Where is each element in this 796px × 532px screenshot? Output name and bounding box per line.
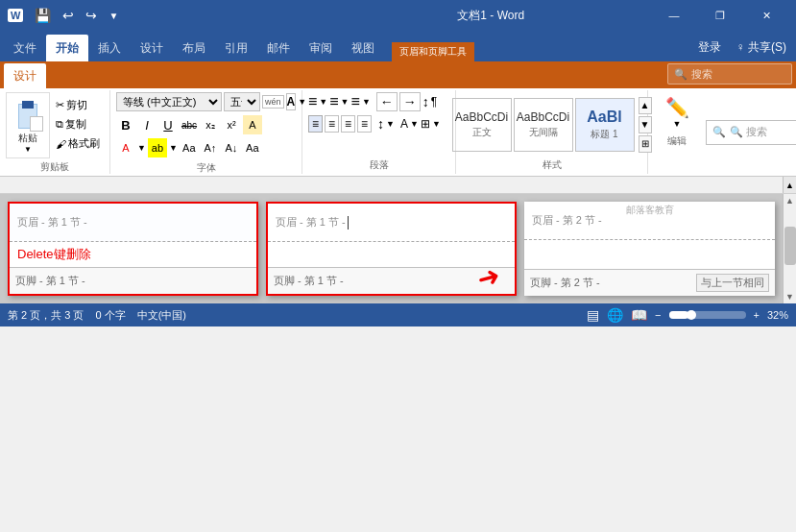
ribbon-search-box[interactable]: 🔍 🔍 搜索: [706, 120, 796, 145]
close-button[interactable]: ✕: [744, 0, 788, 31]
share-button[interactable]: ♀ 共享(S): [731, 37, 792, 58]
multilevel-button[interactable]: ≡: [351, 93, 360, 110]
clear-format-button[interactable]: A: [286, 93, 297, 110]
page3-body[interactable]: [524, 240, 775, 269]
login-button[interactable]: 登录: [692, 37, 727, 58]
save-icon[interactable]: 💾: [31, 6, 55, 25]
paste-dropdown-icon[interactable]: ▼: [24, 145, 32, 154]
numbering-button[interactable]: ≡: [329, 93, 338, 110]
zoom-slider-thumb[interactable]: [687, 310, 696, 320]
v-scrollbar[interactable]: ▲ ▼: [783, 194, 796, 303]
font-color-button[interactable]: A: [116, 138, 135, 157]
zoom-out-button[interactable]: −: [655, 309, 661, 321]
tab-mailing[interactable]: 邮件: [257, 35, 300, 61]
highlight-dropdown[interactable]: ▼: [169, 143, 178, 153]
customize-icon[interactable]: ▼: [105, 9, 122, 23]
tab-home[interactable]: 开始: [46, 35, 88, 61]
para-row1: ≡ ▼ ≡ ▼ ≡ ▼ ← → ↕ ¶: [308, 92, 449, 111]
tab-references[interactable]: 引用: [215, 35, 257, 61]
font-color-dropdown[interactable]: ▼: [137, 143, 146, 153]
font-controls: 等线 (中文正文) 五号 wén A ▼ B I U abc x₂ x² A A: [116, 92, 296, 159]
tab-review[interactable]: 审阅: [300, 35, 342, 61]
bullets-dropdown[interactable]: ▼: [319, 97, 327, 107]
style-no-spacing-label: 无间隔: [529, 126, 558, 139]
zoom-slider[interactable]: [669, 311, 746, 319]
tab-view[interactable]: 视图: [342, 35, 384, 61]
strikethrough-button[interactable]: abc: [180, 115, 199, 134]
line-spacing-button[interactable]: ↕: [377, 116, 384, 132]
tab-file[interactable]: 文件: [4, 35, 46, 61]
scroll-down-button[interactable]: ▼: [784, 290, 797, 303]
editing-button[interactable]: ✏️ ▼: [662, 92, 693, 133]
show-hide-button[interactable]: ¶: [431, 95, 437, 109]
decrease-indent-button[interactable]: ←: [376, 92, 398, 111]
print-layout-button[interactable]: ▤: [587, 307, 599, 323]
numbering-dropdown[interactable]: ▼: [341, 97, 350, 107]
title-bar: W 💾 ↩ ↪ ▼ 文档1 - Word — ❐ ✕: [0, 0, 796, 31]
tab-insert[interactable]: 插入: [88, 35, 131, 61]
shading-dropdown[interactable]: ▼: [410, 119, 419, 129]
justify-button[interactable]: ≡: [357, 115, 372, 133]
font-size-select[interactable]: 五号: [224, 92, 260, 111]
web-layout-button[interactable]: 🌐: [607, 307, 623, 323]
cut-button[interactable]: ✂ 剪切: [52, 96, 104, 114]
clipboard-sub-buttons: ✂ 剪切 ⧉ 复制 🖌 格式刷: [52, 92, 104, 158]
editing-dropdown[interactable]: ▼: [673, 119, 682, 129]
page3-header[interactable]: 邮落客教育 页眉 - 第 2 节 -: [524, 202, 775, 240]
font-name-select[interactable]: 等线 (中文正文): [116, 92, 222, 111]
shading-button[interactable]: A: [400, 117, 408, 131]
borders-dropdown[interactable]: ▼: [432, 119, 441, 129]
ribbon-group-editing: ✏️ ▼ 编辑: [648, 90, 706, 174]
restore-button[interactable]: ❐: [698, 0, 742, 31]
ruler-arrow-up[interactable]: ▲: [783, 177, 796, 193]
page1-body[interactable]: Delete键删除: [10, 242, 256, 267]
undo-icon[interactable]: ↩: [59, 6, 78, 25]
change-case-button[interactable]: Aa: [243, 138, 262, 157]
page2-body[interactable]: ➜: [268, 242, 515, 267]
scroll-track: [784, 207, 796, 290]
subscript-button[interactable]: x₂: [201, 115, 220, 134]
superscript-button[interactable]: x²: [222, 115, 241, 134]
tab-design[interactable]: 设计: [131, 35, 173, 61]
line-spacing-dropdown[interactable]: ▼: [386, 119, 395, 129]
search-box[interactable]: 🔍 搜索: [667, 63, 792, 85]
font-shrink-button[interactable]: A↓: [222, 138, 241, 157]
underline-button[interactable]: U: [158, 115, 178, 134]
italic-button[interactable]: I: [137, 115, 157, 134]
highlight-button[interactable]: ab: [148, 138, 167, 157]
style-normal[interactable]: AaBbCcDi 正文: [452, 98, 512, 152]
tab-header-footer-design[interactable]: 设计: [4, 63, 46, 88]
font-grow-button[interactable]: A↑: [201, 138, 220, 157]
text-effect-button[interactable]: A: [243, 115, 262, 134]
bullets-button[interactable]: ≡: [308, 93, 317, 110]
tab-layout[interactable]: 布局: [173, 35, 215, 61]
sort-button[interactable]: ↕: [422, 94, 429, 109]
scroll-up-button[interactable]: ▲: [784, 194, 797, 207]
read-mode-button[interactable]: 📖: [631, 307, 647, 323]
word-logo-icon: W: [8, 9, 23, 22]
minimize-button[interactable]: —: [652, 0, 696, 31]
align-center-button[interactable]: ≡: [325, 115, 339, 133]
page2-header[interactable]: 页眉 - 第 1 节 -: [268, 204, 515, 242]
style-heading1[interactable]: AaBl 标题 1: [575, 98, 635, 152]
redo-icon[interactable]: ↪: [82, 6, 101, 25]
style-no-spacing[interactable]: AaBbCcDi 无间隔: [514, 98, 573, 152]
bold-button[interactable]: B: [116, 115, 135, 134]
zoom-in-button[interactable]: +: [754, 309, 760, 321]
borders-button[interactable]: ⊞: [421, 117, 430, 131]
paste-button[interactable]: 粘贴 ▼: [6, 92, 50, 158]
char-spacing-button[interactable]: Aa: [180, 138, 199, 157]
increase-indent-button[interactable]: →: [399, 92, 421, 111]
page3-footer[interactable]: 页脚 - 第 2 节 - 与上一节相同: [524, 269, 775, 296]
align-left-button[interactable]: ≡: [308, 115, 323, 133]
scroll-thumb[interactable]: [784, 227, 796, 265]
format-painter-button[interactable]: 🖌 格式刷: [52, 134, 104, 153]
page3-wrapper: 邮落客教育 页眉 - 第 2 节 - 页脚 - 第 2 节 - 与上一节相同: [524, 202, 775, 296]
page1-header[interactable]: 页眉 - 第 1 节 -: [10, 204, 256, 242]
multilevel-dropdown[interactable]: ▼: [362, 97, 371, 107]
copy-button[interactable]: ⧉ 复制: [52, 115, 104, 133]
status-bar: 第 2 页，共 3 页 0 个字 中文(中国) ▤ 🌐 📖 − + 32%: [0, 303, 796, 326]
format-painter-label: 格式刷: [68, 136, 100, 151]
align-right-button[interactable]: ≡: [341, 115, 355, 133]
page1-footer[interactable]: 页脚 - 第 1 节 -: [10, 267, 256, 294]
